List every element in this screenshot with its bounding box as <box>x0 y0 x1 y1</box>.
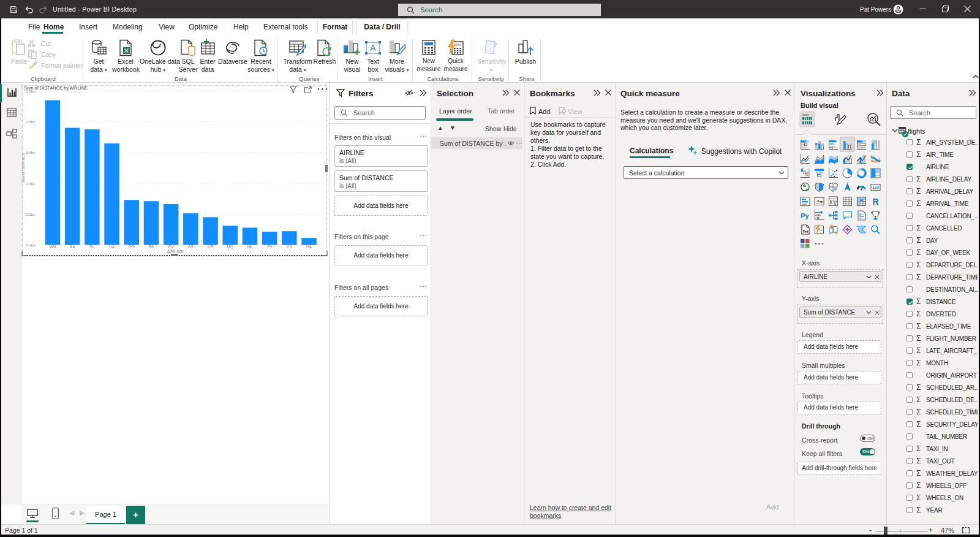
svg-text:1.0bn: 1.0bn <box>26 90 35 93</box>
svg-text:DL: DL <box>89 245 95 249</box>
svg-text:HA: HA <box>306 245 312 249</box>
svg-text:AA: AA <box>70 245 75 249</box>
svg-text:123: 123 <box>872 185 879 189</box>
svg-text:UA: UA <box>109 245 115 249</box>
svg-text:0.2bn: 0.2bn <box>26 213 35 216</box>
svg-text:MQ: MQ <box>227 245 233 249</box>
svg-text:AS: AS <box>188 245 194 249</box>
svg-text:A: A <box>370 43 376 53</box>
svg-text:NK: NK <box>247 245 253 249</box>
svg-text:0.8bn: 0.8bn <box>26 120 35 124</box>
svg-text:F9: F9 <box>267 245 272 249</box>
svg-text:VX: VX <box>287 245 292 249</box>
svg-text:0.6bn: 0.6bn <box>26 151 35 154</box>
svg-text:Py: Py <box>801 212 809 219</box>
svg-text:R: R <box>872 197 878 207</box>
svg-text:US: US <box>208 245 214 249</box>
svg-text:OO: OO <box>129 245 135 249</box>
svg-text:WN: WN <box>50 245 56 249</box>
svg-text:123: 123 <box>819 229 824 232</box>
svg-text:0.0bn: 0.0bn <box>26 243 35 247</box>
svg-text:0.4bn: 0.4bn <box>26 182 35 186</box>
svg-text:AIRLINE: AIRLINE <box>167 249 184 254</box>
svg-text:Sum of DISTANCE: Sum of DISTANCE <box>22 153 25 184</box>
svg-text:B6: B6 <box>149 245 154 249</box>
svg-text:EV: EV <box>168 245 174 249</box>
